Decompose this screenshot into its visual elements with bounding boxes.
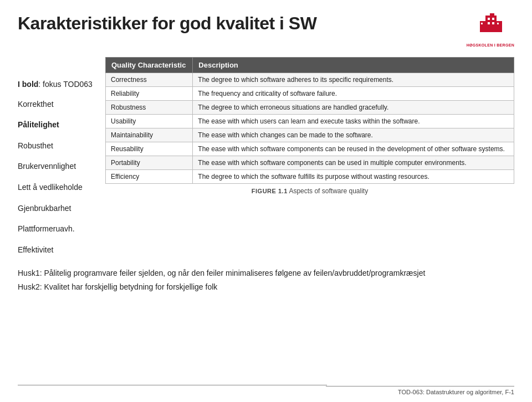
characteristic-cell: Efficiency (106, 170, 193, 184)
table-row: RobustnessThe degree to which erroneous … (106, 101, 514, 115)
characteristic-cell: Usability (106, 115, 193, 128)
header: Karakteristikker for god kvalitet i SW (18, 13, 514, 47)
label-focus: I bold: fokus TOD063 (18, 77, 95, 92)
husk2-text: Husk2: Kvalitet har forskjellig betydnin… (18, 281, 514, 293)
table-row: UsabilityThe ease with which users can l… (106, 115, 514, 128)
label-brukervennlighet: Brukervennlighet (18, 159, 95, 174)
svg-rect-4 (492, 18, 494, 20)
label-plattform: Plattformeruavh. (18, 221, 95, 237)
figure-label: FIGURE 1.1 (252, 188, 288, 194)
table-row: EfficiencyThe degree to which the softwa… (106, 170, 514, 184)
table-header-row: Quality Characteristic Description (106, 58, 514, 73)
footer: TOD-063: Datastrukturer og algoritmer, F… (326, 386, 514, 395)
table-row: CorrectnessThe degree to which software … (106, 73, 514, 87)
label-robusthet: Robusthet (18, 138, 95, 154)
figure-caption-text: Aspects of software quality (289, 187, 368, 195)
svg-rect-7 (481, 23, 483, 24)
footer-line (18, 385, 327, 385)
label-effektivitet: Effektivitet (18, 243, 95, 258)
table-row: ReliabilityThe frequency and criticality… (106, 87, 514, 101)
page-title: Karakteristikker for god kvalitet i SW (18, 13, 316, 34)
characteristic-cell: Robustness (106, 101, 193, 115)
description-cell: The degree to which erroneous situations… (193, 101, 514, 115)
characteristic-cell: Reliability (106, 87, 193, 101)
col-header-characteristic: Quality Characteristic (106, 58, 193, 73)
label-gjenbrukbarhet: Gjenbrukbarhet (18, 201, 95, 217)
description-cell: The degree to which the software fulfill… (193, 170, 514, 184)
bottom-section: Husk1: Pålitelig programvare feiler sjel… (18, 267, 514, 293)
description-cell: The ease with which software components … (193, 142, 514, 156)
col-header-description: Description (193, 58, 514, 73)
table-container: Quality Characteristic Description Corre… (105, 57, 514, 195)
logo-box (475, 13, 514, 42)
page: Karakteristikker for god kvalitet i SW (0, 0, 532, 402)
content-area: I bold: fokus TOD063 Korrekthet Påliteli… (18, 57, 514, 257)
figure-caption: FIGURE 1.1 Aspects of software quality (105, 187, 514, 195)
characteristic-cell: Correctness (106, 73, 193, 87)
logo-icon (475, 13, 507, 37)
table-row: PortabilityThe ease with which software … (106, 156, 514, 170)
table-row: MaintainabilityThe ease with which chang… (106, 128, 514, 142)
quality-table: Quality Characteristic Description Corre… (105, 57, 514, 184)
svg-rect-10 (491, 13, 494, 16)
svg-rect-9 (490, 13, 491, 17)
svg-rect-3 (488, 18, 490, 20)
description-cell: The frequency and criticality of softwar… (193, 87, 514, 101)
footer-text: TOD-063: Datastrukturer og algoritmer, F… (398, 389, 514, 395)
husk1-text: Husk1: Pålitelig programvare feiler sjel… (18, 267, 514, 279)
characteristic-cell: Portability (106, 156, 193, 170)
svg-rect-5 (488, 22, 490, 24)
description-cell: The ease with which users can learn and … (193, 115, 514, 128)
svg-rect-1 (480, 21, 487, 32)
description-cell: The degree to which software adheres to … (193, 73, 514, 87)
left-labels: I bold: fokus TOD063 Korrekthet Påliteli… (18, 57, 95, 257)
logo-text: HØGSKOLEN I BERGEN (467, 43, 514, 47)
label-korrekthet: Korrekthet (18, 97, 95, 112)
label-palitelighet: Pålitelighet (18, 117, 95, 133)
characteristic-cell: Reusability (106, 142, 193, 156)
label-vedlikeholde: Lett å vedlikeholde (18, 180, 95, 195)
logo-area: HØGSKOLEN I BERGEN (467, 13, 514, 47)
description-cell: The ease with which changes can be made … (193, 128, 514, 142)
table-row: ReusabilityThe ease with which software … (106, 142, 514, 156)
characteristic-cell: Maintainability (106, 128, 193, 142)
description-cell: The ease with which software components … (193, 156, 514, 170)
svg-rect-8 (497, 23, 499, 24)
svg-rect-0 (485, 16, 497, 32)
svg-rect-6 (492, 22, 494, 24)
table-body: CorrectnessThe degree to which software … (106, 73, 514, 184)
